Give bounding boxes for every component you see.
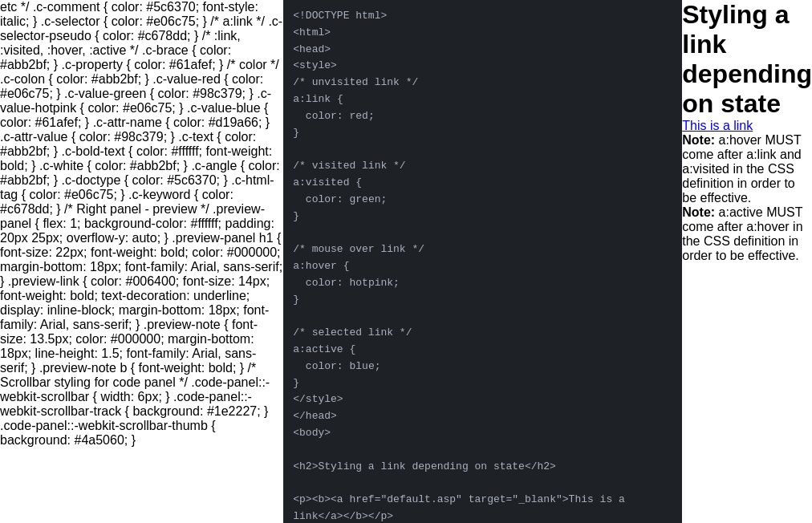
code-line: <h2>Styling a link depending on state</h… xyxy=(293,459,672,476)
code-line: a:visited { xyxy=(293,175,672,192)
code-line: color: red; xyxy=(293,108,672,125)
code-line xyxy=(293,308,672,325)
code-line: } xyxy=(293,209,672,225)
preview-panel: Styling a link depending on state This i… xyxy=(682,0,812,523)
code-line: /* unvisited link */ xyxy=(293,75,672,91)
code-line: /* mouse over link */ xyxy=(293,241,672,258)
code-line: } xyxy=(293,292,672,309)
code-editor: <!DOCTYPE html> <html> <head> <style> /*… xyxy=(283,0,682,523)
code-line: /* selected link */ xyxy=(293,325,672,342)
code-line: <html> xyxy=(293,25,672,42)
code-line xyxy=(293,225,672,241)
code-line: a:active { xyxy=(293,342,672,359)
code-line: <style> xyxy=(293,58,672,75)
code-line: </head> xyxy=(293,408,672,425)
code-line: color: hotpink; xyxy=(293,275,672,292)
code-line: <body> xyxy=(293,425,672,442)
code-line xyxy=(293,442,672,459)
code-line: a:hover { xyxy=(293,258,672,275)
code-line: <p><b><a href="default.asp" target="_bla… xyxy=(293,492,672,509)
preview-title: Styling a link depending on state xyxy=(682,0,812,119)
code-line: <!DOCTYPE html> xyxy=(293,8,672,25)
code-line: } xyxy=(293,375,672,392)
code-line xyxy=(293,141,672,158)
code-line: </style> xyxy=(293,391,672,408)
code-line: <head> xyxy=(293,42,672,59)
code-line: } xyxy=(293,125,672,142)
code-line xyxy=(293,475,672,492)
code-line: link</a></b></p> xyxy=(293,509,672,523)
preview-note-2: Note: a:active MUST come after a:hover i… xyxy=(682,205,812,263)
preview-note-1: Note: a:hover MUST come after a:link and… xyxy=(682,133,812,205)
note2-bold: Note: xyxy=(682,205,715,219)
code-line: color: green; xyxy=(293,192,672,209)
code-line: a:link { xyxy=(293,91,672,108)
preview-link[interactable]: This is a link xyxy=(682,119,753,132)
code-line: color: blue; xyxy=(293,359,672,375)
note1-bold: Note: xyxy=(682,133,715,147)
code-line: /* visited link */ xyxy=(293,158,672,175)
